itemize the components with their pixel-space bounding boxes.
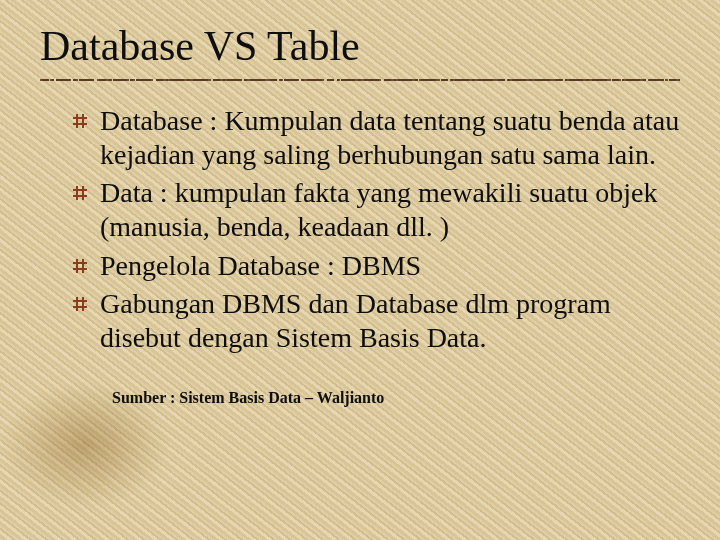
hash-bullet-icon xyxy=(72,258,88,274)
list-item: Pengelola Database : DBMS xyxy=(72,249,680,283)
list-item-text: Pengelola Database : DBMS xyxy=(100,250,421,281)
list-item: Gabungan DBMS dan Database dlm program d… xyxy=(72,287,680,355)
list-item-text: Database : Kumpulan data tentang suatu b… xyxy=(100,105,679,170)
list-item: Database : Kumpulan data tentang suatu b… xyxy=(72,104,680,172)
hash-bullet-icon xyxy=(72,296,88,312)
title-divider xyxy=(40,78,680,82)
bullet-list: Database : Kumpulan data tentang suatu b… xyxy=(40,104,680,355)
list-item-text: Gabungan DBMS dan Database dlm program d… xyxy=(100,288,611,353)
hash-bullet-icon xyxy=(72,113,88,129)
list-item: Data : kumpulan fakta yang mewakili suat… xyxy=(72,176,680,244)
slide-title: Database VS Table xyxy=(40,22,680,70)
list-item-text: Data : kumpulan fakta yang mewakili suat… xyxy=(100,177,658,242)
hash-bullet-icon xyxy=(72,185,88,201)
slide: Database VS Table Database : Kumpulan da… xyxy=(0,0,720,540)
source-citation: Sumber : Sistem Basis Data – Waljianto xyxy=(112,389,680,407)
